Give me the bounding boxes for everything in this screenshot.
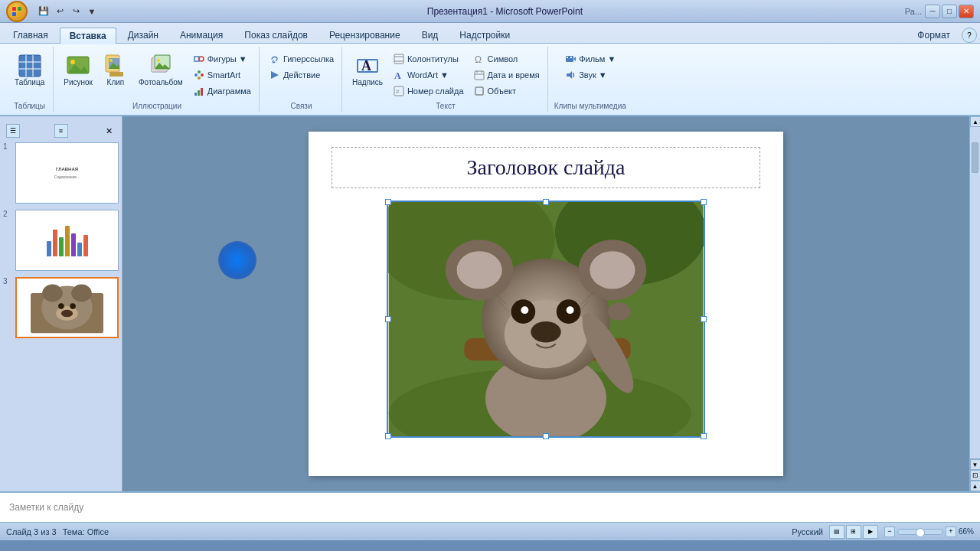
- svg-point-24: [194, 73, 198, 77]
- textbox-button[interactable]: A Надпись: [348, 51, 387, 90]
- header-button[interactable]: Колонтитулы: [390, 51, 467, 67]
- undo-qat-button[interactable]: ↩: [53, 5, 67, 18]
- album-button[interactable]: Фотоальбом: [135, 51, 187, 90]
- svg-text:Ω: Ω: [475, 54, 482, 64]
- scroll-zoom-controls: ▼ ⊡ ▲: [970, 458, 980, 491]
- smartart-icon: [193, 69, 205, 81]
- tab-view[interactable]: Вид: [412, 26, 449, 43]
- handle-br[interactable]: [701, 433, 707, 439]
- slide-canvas: Заголовок слайда: [309, 132, 783, 476]
- illustrations-group-label: Иллюстрации: [132, 102, 181, 110]
- panel-list-button[interactable]: ≡: [54, 124, 68, 138]
- notes-area[interactable]: Заметки к слайду: [0, 491, 980, 522]
- scroll-up-arrow[interactable]: ▲: [970, 116, 980, 127]
- links-items: Гиперссылка Действие: [266, 48, 337, 99]
- slide-thumb-3[interactable]: 3: [3, 277, 119, 338]
- zoom-out-button[interactable]: −: [884, 527, 895, 537]
- ribbon: Главная Вставка Дизайн Анимация Показ сл…: [0, 23, 980, 116]
- close-button[interactable]: ✕: [959, 5, 974, 18]
- slide-sorter-button[interactable]: ⊞: [846, 525, 861, 539]
- zoom-in-arrow[interactable]: ▲: [970, 481, 981, 491]
- slide-image-box[interactable]: [387, 201, 705, 438]
- fit-button[interactable]: ⊡: [970, 470, 981, 481]
- handle-tl[interactable]: [385, 199, 391, 205]
- svg-point-10: [70, 60, 75, 64]
- slide-title-text: Заголовок слайда: [348, 155, 744, 180]
- tab-insert[interactable]: Вставка: [60, 28, 116, 44]
- links-col: Гиперссылка Действие: [266, 51, 337, 83]
- save-qat-button[interactable]: 💾: [37, 5, 51, 18]
- text-group-label: Текст: [436, 102, 455, 110]
- zoom-slider[interactable]: [897, 529, 943, 535]
- diagram-button[interactable]: Диаграмма: [190, 83, 254, 99]
- svg-rect-16: [109, 72, 123, 77]
- panel-view-button[interactable]: ☰: [6, 124, 20, 138]
- handle-bl[interactable]: [385, 433, 391, 439]
- tab-format[interactable]: Формат: [907, 26, 960, 43]
- slide-num-1: 1: [3, 142, 12, 151]
- slide-thumb-1[interactable]: 1 ГЛАВНАЯ Содержание...: [3, 142, 119, 204]
- minimize-button[interactable]: ─: [925, 5, 940, 18]
- links-group-label: Связи: [290, 102, 312, 110]
- ribbon-group-text: A Надпись Колонтит: [344, 47, 548, 112]
- scroll-down-arrow[interactable]: ▼: [970, 459, 981, 470]
- datetime-button[interactable]: Дата и время: [470, 67, 543, 83]
- tab-addins[interactable]: Надстройки: [449, 26, 520, 43]
- vertical-scrollbar[interactable]: ▲ ▼ ⊡ ▲: [969, 116, 980, 491]
- tab-animation[interactable]: Анимация: [170, 26, 233, 43]
- qat-dropdown-button[interactable]: ▼: [85, 5, 99, 18]
- tab-slideshow[interactable]: Показ слайдов: [234, 26, 318, 43]
- zoom-thumb[interactable]: [916, 528, 925, 537]
- slide-preview-1[interactable]: ГЛАВНАЯ Содержание...: [15, 142, 119, 204]
- zoom-in-button[interactable]: +: [946, 527, 956, 537]
- svg-point-69: [457, 251, 502, 289]
- wordart-button[interactable]: A WordArt ▼: [390, 67, 467, 83]
- media-items: Фильм ▼ Звук ▼: [561, 48, 619, 99]
- tab-home[interactable]: Главная: [3, 26, 58, 43]
- smartart-button[interactable]: SmartArt: [190, 67, 254, 83]
- ribbon-group-links: Гиперссылка Действие Связи: [261, 47, 342, 112]
- panel-close-button[interactable]: ✕: [102, 124, 116, 138]
- hyperlink-button[interactable]: Гиперссылка: [266, 51, 337, 67]
- svg-point-58: [70, 303, 76, 309]
- redo-qat-button[interactable]: ↪: [69, 5, 83, 18]
- help-button[interactable]: ?: [962, 28, 977, 43]
- handle-tr[interactable]: [701, 199, 707, 205]
- symbol-button[interactable]: Ω Символ: [470, 51, 543, 67]
- scroll-thumb[interactable]: [972, 142, 978, 173]
- handle-ml[interactable]: [385, 316, 391, 322]
- slide-preview-inner-2: [16, 210, 118, 270]
- table-button[interactable]: Таблица: [11, 51, 48, 90]
- tab-review[interactable]: Рецензирование: [319, 26, 410, 43]
- text-col: Колонтитулы A WordArt ▼: [390, 51, 467, 99]
- slidenumber-button[interactable]: # Номер слайда: [390, 83, 467, 99]
- chart-bar-7: [83, 235, 88, 256]
- canvas-area[interactable]: Заголовок слайда: [122, 116, 969, 491]
- slide-title-box[interactable]: Заголовок слайда: [332, 147, 760, 188]
- tab-design[interactable]: Дизайн: [118, 26, 168, 43]
- normal-view-button[interactable]: ▤: [829, 525, 844, 539]
- text-items: A Надпись Колонтит: [348, 48, 543, 99]
- office-button[interactable]: [6, 1, 28, 22]
- object-button[interactable]: Объект: [470, 83, 543, 99]
- svg-rect-45: [475, 87, 483, 95]
- slide-thumb-2[interactable]: 2: [3, 210, 119, 271]
- movie-button[interactable]: Фильм ▼: [561, 51, 619, 67]
- slide-preview-inner-1: ГЛАВНАЯ Содержание...: [16, 143, 118, 203]
- album-label: Фотоальбом: [139, 78, 183, 87]
- handle-tc[interactable]: [543, 199, 549, 205]
- picture-button[interactable]: Рисунок: [60, 51, 96, 90]
- maximize-button[interactable]: □: [942, 5, 957, 18]
- shapes-button[interactable]: Фигуры ▼: [190, 51, 254, 67]
- handle-bc[interactable]: [543, 433, 549, 439]
- handle-mr[interactable]: [701, 316, 707, 322]
- slideshow-button[interactable]: ▶: [863, 525, 878, 539]
- scroll-track[interactable]: [970, 127, 980, 458]
- slide-preview-2[interactable]: [15, 210, 119, 271]
- clip-button[interactable]: Клип: [100, 51, 132, 90]
- hyperlink-label: Гиперссылка: [283, 54, 334, 64]
- chart-bar-2: [53, 230, 57, 256]
- slide-preview-3[interactable]: [15, 277, 119, 338]
- action-button[interactable]: Действие: [266, 67, 337, 83]
- sound-button[interactable]: Звук ▼: [561, 67, 619, 83]
